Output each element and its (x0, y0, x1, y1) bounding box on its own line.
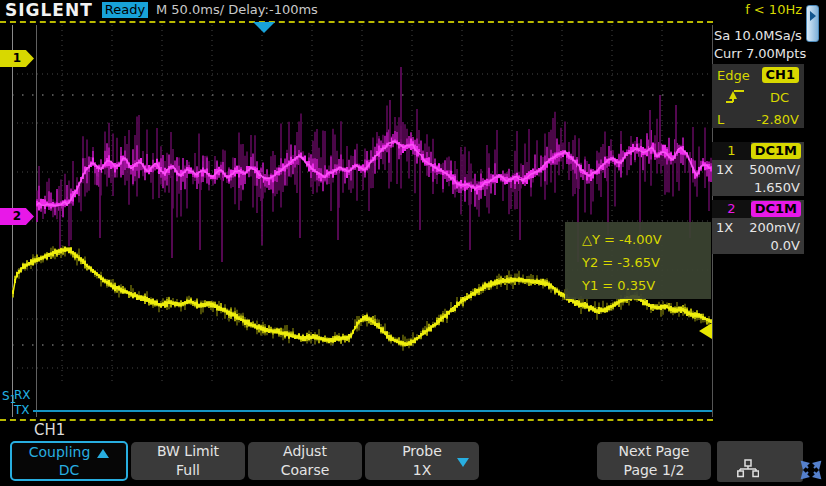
next-page-button-value: Page 1/2 (597, 461, 711, 480)
oscilloscope-screen: SIGLENT Ready M 50.0ms/ Delay:-100ms f <… (0, 0, 826, 486)
expand-fullscreen-icon[interactable] (800, 460, 822, 480)
acquisition-status-badge: Ready (102, 2, 148, 18)
decode-tx-trace (33, 410, 712, 412)
coupling-button-label: Coupling (29, 444, 91, 460)
ch1-coupling-badge: DC1M (751, 143, 801, 159)
ch1-scale: 500mV/ (749, 162, 800, 177)
ch2-scale: 200mV/ (749, 220, 800, 235)
decode-tx-label: TX (14, 403, 30, 417)
trigger-source-badge: CH1 (762, 67, 799, 83)
status-panel (717, 441, 803, 482)
down-arrow-icon (457, 458, 469, 467)
adjust-button-value: Coarse (248, 461, 362, 480)
ch1-offset: 1.650V (754, 180, 800, 195)
next-page-button-label: Next Page (597, 442, 711, 461)
trigger-info-panel: Edge CH1 DC L -2.80V (712, 64, 804, 128)
trigger-frequency-readout: f < 10Hz (700, 2, 802, 18)
adjust-button-label: Adjust (248, 442, 362, 461)
timebase-readout: M 50.0ms/ Delay:-100ms (156, 2, 318, 18)
bottom-boundary-dashed-line (0, 419, 713, 421)
ch2-info-box: 2 DC1M 1X 200mV/ 0.0V (712, 200, 804, 254)
bus-letter: S (2, 389, 10, 403)
menu-button-bw-limit[interactable]: BW Limit Full (131, 442, 245, 480)
bw-limit-button-label: BW Limit (131, 442, 245, 461)
ch2-probe-ratio: 1X (716, 220, 733, 235)
menu-button-next-page[interactable]: Next Page Page 1/2 (597, 442, 711, 480)
siglent-logo: SIGLENT (5, 0, 93, 20)
cursor-y1: Y1 = 0.35V (565, 274, 711, 297)
trigger-level-value: -2.80V (756, 112, 799, 127)
up-arrow-icon (97, 449, 109, 458)
cursor-delta-y: △Y = -4.00V (565, 228, 711, 251)
ch2-coupling-badge: DC1M (751, 201, 801, 217)
memory-depth-readout: Curr 7.00Mpts (714, 45, 810, 63)
bw-limit-button-value: Full (131, 461, 245, 480)
lan-network-icon (737, 459, 759, 478)
cursor-y2: Y2 = -3.65V (565, 251, 711, 274)
coupling-button-value: DC (12, 461, 126, 479)
menu-button-coupling[interactable]: Coupling DC (10, 441, 128, 481)
menu-button-adjust[interactable]: Adjust Coarse (248, 442, 362, 480)
trigger-type-label: Edge (717, 68, 750, 83)
waveform-traces (13, 67, 711, 351)
menu-button-probe[interactable]: Probe 1X (365, 442, 479, 480)
cursor-measurement-box: △Y = -4.00V Y2 = -3.65V Y1 = 0.35V (565, 222, 711, 299)
ch1-info-box: 1 DC1M 1X 500mV/ 1.650V (712, 142, 804, 196)
rising-edge-icon (725, 89, 745, 105)
decode-rx-label: RX (14, 388, 31, 402)
trigger-coupling-value: DC (770, 90, 789, 105)
menu-scroll-button[interactable] (806, 5, 819, 42)
ch2-number: 2 (712, 200, 751, 218)
ch2-offset: 0.0V (770, 238, 800, 253)
trigger-level-label: L (717, 112, 724, 127)
sample-rate-readout: Sa 10.0MSa/s (714, 27, 810, 45)
top-boundary-dashed-line (0, 21, 713, 23)
ch1-probe-ratio: 1X (716, 162, 733, 177)
ch1-number: 1 (712, 142, 751, 160)
selected-channel-label: CH1 (34, 421, 65, 439)
